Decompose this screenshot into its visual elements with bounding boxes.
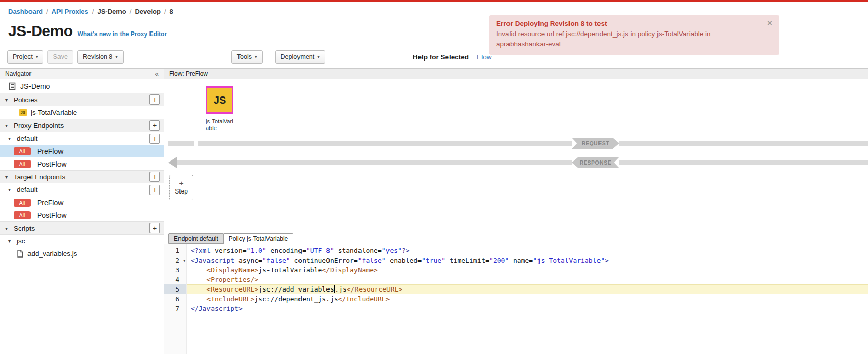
request-lane-segment	[619, 141, 868, 146]
code-line[interactable]: <ResourceURL>jsc://add_variables.js</Res…	[187, 284, 868, 294]
code-line[interactable]: </Javascript>	[187, 304, 868, 313]
gutter-line-number[interactable]: 2▾	[164, 255, 186, 265]
add-proxy-endpoint-button[interactable]: +	[149, 120, 160, 131]
target-endpoint-default-label: default	[17, 186, 146, 194]
policy-node-js[interactable]: JS	[206, 86, 233, 114]
gutter-line-number[interactable]: 6	[164, 294, 186, 304]
section-proxy-endpoints[interactable]: ▾ Proxy Endpoints +	[0, 119, 164, 132]
revision-menu-label: Revision 8	[83, 53, 112, 60]
section-policies[interactable]: ▾ Policies +	[0, 93, 164, 106]
code-token: <IncludeURL>	[206, 295, 254, 303]
code-line[interactable]: <Javascript async="false" continueOnErro…	[187, 255, 868, 265]
tools-menu-button[interactable]: Tools▾	[231, 50, 263, 64]
all-badge: All	[14, 160, 31, 168]
editor-tabbar: Endpoint default Policy js-TotalVariable	[164, 233, 868, 244]
request-lane-segment	[198, 141, 572, 146]
proxy-bundle-icon	[8, 82, 16, 90]
code-token: async=	[234, 256, 262, 264]
code-gutter: 12▾34567	[164, 244, 187, 354]
code-line[interactable]: <Properties/>	[187, 275, 868, 284]
response-arrow-badge: RESPONSE	[572, 157, 619, 168]
proxy-preflow-label: PreFlow	[37, 147, 63, 155]
sidebar-item-proxy-endpoint-default[interactable]: ▾ default +	[0, 132, 164, 145]
response-label: RESPONSE	[580, 159, 611, 166]
all-badge: All	[14, 211, 31, 219]
code-token: jsc://dependent_js.js	[254, 295, 338, 303]
caret-down-icon: ▾	[8, 136, 13, 141]
code-token: </IncludeURL>	[338, 295, 390, 303]
add-target-flow-button[interactable]: +	[149, 185, 160, 195]
whats-new-link[interactable]: What's new in the Proxy Editor	[78, 30, 167, 38]
code-token: <?xml	[191, 247, 211, 254]
page-title: JS-Demo	[8, 23, 73, 39]
caret-down-icon: ▾	[5, 123, 10, 128]
sidebar-item-proxy-root[interactable]: JS-Demo	[0, 79, 164, 93]
code-token: "true"	[422, 256, 445, 264]
sidebar-item-target-postflow[interactable]: All PostFlow	[0, 209, 164, 221]
code-lines[interactable]: <?xml version="1.0" encoding="UTF-8" sta…	[187, 244, 868, 354]
file-icon	[17, 250, 23, 258]
target-preflow-label: PreFlow	[37, 199, 63, 207]
step-button-label: Step	[175, 188, 188, 195]
save-label: Save	[53, 53, 68, 60]
sidebar-item-policy-js-totalvariable[interactable]: JS js-TotalVariable	[0, 106, 164, 119]
sidebar-item-add-variables-js[interactable]: add_variables.js	[0, 247, 164, 260]
add-script-button[interactable]: +	[149, 223, 160, 233]
tab-policy-js-totalvariable[interactable]: Policy js-TotalVariable	[223, 233, 294, 244]
sidebar-item-target-endpoint-default[interactable]: ▾ default +	[0, 183, 164, 196]
code-token: js-TotalVariable	[258, 266, 322, 274]
sidebar-item-proxy-preflow[interactable]: All PreFlow	[0, 145, 164, 157]
breadcrumb-link-api-proxies[interactable]: API Proxies	[52, 8, 88, 15]
caret-down-icon: ▾	[8, 238, 13, 244]
flow-diagram: JS js-TotalVariable REQUEST RESPONSE + S…	[164, 79, 868, 233]
gutter-line-number[interactable]: 3	[164, 265, 186, 275]
save-button[interactable]: Save	[47, 50, 73, 64]
sidebar-item-jsc-folder[interactable]: ▾ jsc	[0, 235, 164, 247]
project-menu-button[interactable]: Project▾	[7, 50, 43, 64]
add-proxy-flow-button[interactable]: +	[149, 134, 160, 144]
request-arrow-badge: REQUEST	[572, 138, 619, 149]
all-badge: All	[14, 199, 31, 207]
main-panel: Flow: PreFlow JS js-TotalVariable REQUES…	[164, 69, 868, 354]
code-line[interactable]: <?xml version="1.0" encoding="UTF-8" sta…	[187, 246, 868, 255]
close-icon[interactable]: ×	[767, 18, 772, 28]
code-token: version=	[211, 247, 246, 254]
section-target-endpoints-label: Target Endpoints	[14, 173, 146, 181]
sidebar-item-target-preflow[interactable]: All PreFlow	[0, 196, 164, 209]
code-token	[191, 295, 206, 303]
gutter-line-number[interactable]: 7	[164, 304, 186, 313]
add-step-button[interactable]: + Step	[169, 175, 193, 200]
gutter-line-number[interactable]: 5	[164, 284, 186, 294]
add-target-endpoint-button[interactable]: +	[149, 172, 160, 182]
code-panel: Endpoint default Policy js-TotalVariable…	[164, 233, 868, 354]
code-token: standalone=	[334, 247, 382, 254]
section-scripts[interactable]: ▾ Scripts +	[0, 221, 164, 235]
help-for-selected-label: Help for Selected	[413, 53, 469, 61]
breadcrumb-separator: /	[46, 8, 48, 15]
code-line[interactable]: <IncludeURL>jsc://dependent_js.js</Inclu…	[187, 294, 868, 304]
code-token: ?>	[402, 247, 410, 254]
add-policy-button[interactable]: +	[149, 94, 160, 105]
content-area: Navigator « JS-Demo ▾ Policies + JS js-T…	[0, 69, 868, 354]
section-policies-label: Policies	[14, 96, 146, 104]
section-target-endpoints[interactable]: ▾ Target Endpoints +	[0, 170, 164, 183]
collapse-sidebar-button[interactable]: «	[155, 70, 159, 78]
code-token: >	[605, 256, 609, 264]
code-line[interactable]: <DisplayName>js-TotalVariable</DisplayNa…	[187, 265, 868, 275]
code-token: "false"	[358, 256, 386, 264]
code-token: "1.0"	[247, 247, 266, 254]
code-editor[interactable]: 12▾34567 <?xml version="1.0" encoding="U…	[164, 244, 868, 354]
flow-header: Flow: PreFlow	[164, 69, 868, 79]
deployment-menu-button[interactable]: Deployment▾	[275, 50, 325, 64]
error-banner-message: Invalid resource url ref jsc://dependent…	[496, 29, 759, 49]
chevron-down-icon: ▾	[36, 54, 38, 59]
sidebar-item-proxy-postflow[interactable]: All PostFlow	[0, 157, 164, 170]
gutter-line-number[interactable]: 1	[164, 246, 186, 255]
breadcrumb-link-dashboard[interactable]: Dashboard	[8, 8, 43, 15]
tab-endpoint-default[interactable]: Endpoint default	[168, 233, 224, 244]
policy-node-label: js-TotalVariable	[206, 118, 235, 132]
js-node-icon: JS	[214, 94, 226, 106]
revision-menu-button[interactable]: Revision 8▾	[77, 50, 124, 64]
gutter-line-number[interactable]: 4	[164, 275, 186, 284]
fold-caret-icon[interactable]: ▾	[183, 256, 186, 266]
